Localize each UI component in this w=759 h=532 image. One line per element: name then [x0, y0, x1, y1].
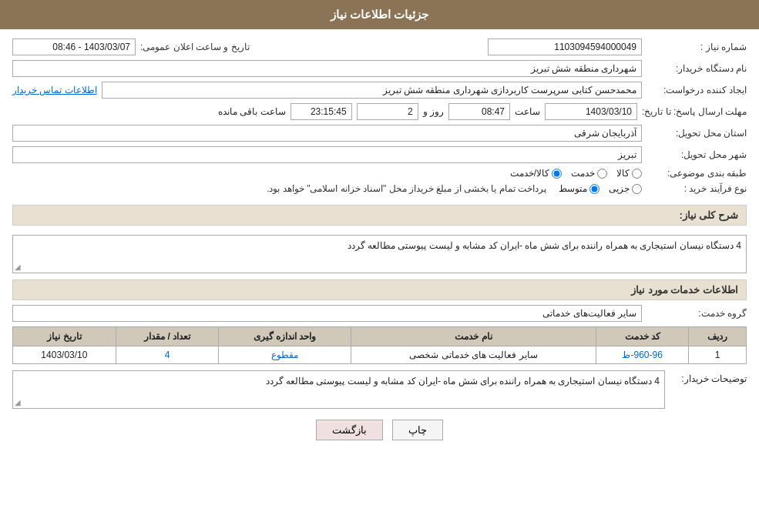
radio-jozi-input[interactable]	[632, 184, 642, 194]
noefarind-radio-group: جزیی متوسط	[559, 183, 642, 194]
services-table: ردیف کد خدمت نام خدمت واحد اندازه گیری ت…	[12, 326, 747, 364]
table-header-row: ردیف کد خدمت نام خدمت واحد اندازه گیری ت…	[13, 327, 747, 346]
row-noefarind: نوع فرآیند خرید : جزیی متوسط پرداخت تمام…	[12, 183, 747, 194]
back-button[interactable]: بازگشت	[316, 420, 383, 440]
col-kod: کد خدمت	[596, 327, 688, 346]
ostan-label: استان محل تحویل:	[646, 128, 747, 139]
radio-khedmat: خدمت	[571, 168, 607, 179]
tozihat-text: 4 دستگاه نیسان استیجاری به همراه راننده …	[266, 376, 660, 386]
radio-kala-khedmat-input[interactable]	[552, 169, 562, 179]
ittila-tamas-link[interactable]: اطلاعات تماس خریدار	[12, 85, 97, 95]
ijad-value: محمدحسن کتابی سرپرست کاربردازی شهرداری م…	[102, 82, 642, 99]
col-tedad: تعداد / مقدار	[116, 327, 219, 346]
radio-kala-khedmat-label: کالا/خدمت	[510, 168, 549, 179]
print-button[interactable]: چاپ	[392, 420, 443, 440]
saat-label: ساعت	[515, 106, 540, 117]
mohlet-roz: 2	[357, 103, 418, 120]
tozihat-container: 4 دستگاه نیسان استیجاری به همراه راننده …	[12, 370, 665, 409]
sharh-text: 4 دستگاه نیسان استیجاری به همراه راننده …	[348, 240, 741, 251]
sharh-section-title: شرح کلی نیاز:	[12, 205, 747, 226]
radio-khedmat-label: خدمت	[571, 168, 595, 179]
row-shomara: شماره نیاز : 1103094594000049 تاریخ و سا…	[12, 38, 747, 55]
sharh-box-container: 4 دستگاه نیسان استیجاری به همراه راننده …	[12, 235, 747, 273]
roz-label: روز و	[423, 106, 444, 117]
radio-kala-khedmat: کالا/خدمت	[510, 168, 562, 179]
radio-motevaset-label: متوسط	[559, 183, 587, 194]
cell-vahed: مقطوع	[219, 346, 351, 364]
tozihat-resize-icon: ◢	[15, 398, 21, 407]
services-section-title: اطلاعات خدمات مورد نیاز	[12, 279, 747, 300]
tozihat-row: توضیحات خریدار: 4 دستگاه نیسان استیجاری …	[12, 370, 747, 409]
baqi-label: ساعت باقی مانده	[218, 106, 286, 117]
tozihat-label: توضیحات خریدار:	[670, 370, 747, 384]
cell-tarikh: 1403/03/10	[13, 346, 116, 364]
page-wrapper: جزئیات اطلاعات نیاز شماره نیاز : 1103094…	[0, 0, 759, 532]
row-shahr: شهر محل تحویل: تبریز	[12, 146, 747, 163]
noefarind-note: پرداخت تمام یا بخشی از مبلغ خریداز محل "…	[267, 183, 546, 194]
radio-jozi: جزیی	[609, 183, 642, 194]
shomara-value: 1103094594000049	[488, 38, 642, 55]
row-tabaghe: طبقه بندی موضوعی: کالا خدمت کالا/خدمت	[12, 168, 747, 179]
page-header: جزئیات اطلاعات نیاز	[0, 0, 759, 29]
cell-kod: 960-96-ط	[596, 346, 688, 364]
radio-jozi-label: جزیی	[609, 183, 630, 194]
shahr-value: تبریز	[12, 146, 642, 163]
tozihat-box: 4 دستگاه نیسان استیجاری به همراه راننده …	[12, 370, 665, 409]
resize-icon: ◢	[15, 263, 21, 271]
cell-nam: سایر فعالیت های خدماتی شخصی	[351, 346, 596, 364]
grooh-value: سایر فعالیت‌های خدماتی	[12, 305, 642, 322]
radio-kala-input[interactable]	[632, 169, 642, 179]
noefarind-label: نوع فرآیند خرید :	[646, 183, 747, 194]
radio-motevaset-input[interactable]	[589, 184, 599, 194]
tabaghe-label: طبقه بندی موضوعی:	[646, 168, 747, 179]
mohlet-label: مهلت ارسال پاسخ: تا تاریخ:	[642, 106, 747, 117]
main-content: شماره نیاز : 1103094594000049 تاریخ و سا…	[0, 29, 759, 450]
row-ostan: استان محل تحویل: آذربایجان شرقی	[12, 125, 747, 142]
radio-motevaset: متوسط	[559, 183, 599, 194]
col-vahed: واحد اندازه گیری	[219, 327, 351, 346]
shahr-label: شهر محل تحویل:	[646, 149, 747, 160]
page-title: جزئیات اطلاعات نیاز	[331, 8, 428, 21]
mohlet-saat: 08:47	[448, 103, 510, 120]
radio-kala-label: کالا	[616, 168, 630, 179]
col-radif: ردیف	[689, 327, 747, 346]
radio-kala: کالا	[616, 168, 642, 179]
row-namdastgah: نام دستگاه خریدار: شهرداری منطقه شش تبری…	[12, 60, 747, 77]
col-nam: نام خدمت	[351, 327, 596, 346]
shomara-label: شماره نیاز :	[646, 42, 747, 52]
cell-radif: 1	[689, 346, 747, 364]
mohlet-date: 1403/03/10	[545, 103, 637, 120]
ostan-value: آذربایجان شرقی	[12, 125, 642, 142]
tabaghe-radio-group: کالا خدمت کالا/خدمت	[510, 168, 642, 179]
radio-khedmat-input[interactable]	[597, 169, 607, 179]
row-mohlet: مهلت ارسال پاسخ: تا تاریخ: 1403/03/10 سا…	[12, 103, 747, 120]
row-sharh-title: شرح کلی نیاز:	[12, 199, 747, 230]
namdastgah-label: نام دستگاه خریدار:	[646, 63, 747, 74]
namdastgah-value: شهرداری منطقه شش تبریز	[12, 60, 642, 77]
sharh-box: 4 دستگاه نیسان استیجاری به همراه راننده …	[12, 235, 747, 273]
tarikh-label: تاریخ و ساعت اعلان عمومی:	[140, 42, 250, 52]
row-grooh: گروه خدمت: سایر فعالیت‌های خدماتی	[12, 305, 747, 322]
mohlet-baqi: 23:15:45	[291, 103, 352, 120]
grooh-label: گروه خدمت:	[646, 308, 747, 319]
row-ijad: ایجاد کننده درخواست: محمدحسن کتابی سرپرس…	[12, 82, 747, 99]
ijad-label: ایجاد کننده درخواست:	[646, 85, 747, 95]
tarikh-value: 1403/03/07 - 08:46	[12, 38, 136, 55]
buttons-row: چاپ بازگشت	[12, 420, 747, 440]
table-row: 1960-96-طسایر فعالیت های خدماتی شخصیمقطو…	[13, 346, 747, 364]
col-tarikh: تاریخ نیاز	[13, 327, 116, 346]
cell-tedad: 4	[116, 346, 219, 364]
